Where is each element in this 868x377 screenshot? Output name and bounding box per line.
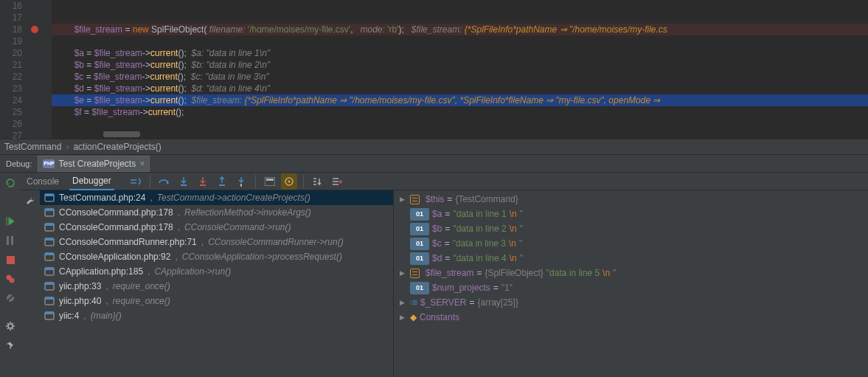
rerun-button[interactable] — [2, 175, 18, 191]
stack-frame[interactable]: CConsoleCommand.php:178, ReflectionMetho… — [40, 205, 393, 220]
line-gutter: 161718192021222324252627 — [0, 0, 28, 139]
code-editor[interactable]: 161718192021222324252627 $file_stream = … — [0, 0, 868, 139]
pause-button[interactable] — [2, 232, 18, 249]
step-out-button[interactable] — [214, 173, 230, 190]
expand-icon[interactable]: ▶ — [397, 314, 407, 321]
svg-rect-1 — [11, 236, 13, 245]
stack-frame[interactable]: CConsoleApplication.php:92, CConsoleAppl… — [40, 249, 393, 264]
code-line-18[interactable]: $file_stream = new SplFileObject( filena… — [52, 24, 868, 35]
stack-frame[interactable]: TestCommand.php:24, TestCommand->actionC… — [40, 190, 393, 205]
svg-rect-21 — [45, 224, 54, 226]
object-icon — [410, 269, 420, 278]
expand-icon[interactable]: ▶ — [397, 299, 407, 306]
variable-row[interactable]: ▶ $file_stream = {SplFileObject} "data i… — [397, 266, 865, 280]
evaluate-expression-button[interactable] — [262, 173, 278, 190]
frame-location: yiic.php:33 — [59, 281, 101, 291]
stack-frame[interactable]: CApplication.php:185, CApplication->run(… — [40, 264, 393, 279]
sort-vars-button[interactable] — [310, 173, 326, 190]
code-line-21[interactable]: $b = $file_stream->current(); $b: "data … — [52, 59, 868, 71]
variable-row[interactable]: 01 $d = "data in line 4\n" — [397, 251, 865, 266]
variable-row[interactable]: 01 $a = "data in line 1\n" — [397, 207, 865, 221]
frame-location: CConsoleCommand.php:178 — [59, 207, 173, 218]
horizontal-scrollbar[interactable] — [103, 131, 140, 137]
stack-frame[interactable]: CConsoleCommand.php:178, CConsoleCommand… — [40, 220, 393, 235]
breadcrumb-method[interactable]: actionCreateProjects() — [73, 142, 161, 152]
code-line-25[interactable]: $f = $file_stream->current(); — [52, 106, 868, 118]
show-execution-point-button[interactable] — [128, 173, 144, 190]
resume-button[interactable] — [2, 213, 18, 229]
add-watch-button[interactable] — [329, 173, 345, 190]
variable-name: $file_stream — [426, 268, 473, 278]
trace-button[interactable] — [281, 173, 297, 190]
frame-icon — [44, 297, 55, 305]
frame-context: {main}() — [91, 311, 122, 321]
value-badge-icon: 01 — [410, 238, 429, 250]
variable-row[interactable]: ▶⦂≡ $_SERVER = {array[25]} — [397, 295, 865, 310]
frame-context: CApplication->run() — [154, 266, 231, 277]
step-over-button[interactable] — [156, 173, 173, 190]
expand-icon[interactable]: ▶ — [397, 196, 407, 203]
stack-frame[interactable]: yiic:4, {main}() — [40, 308, 393, 323]
code-line-20[interactable]: $a = $file_stream->current(); $a: "data … — [52, 47, 868, 59]
array-icon: ⦂≡ — [410, 297, 417, 308]
stop-button[interactable] — [2, 252, 18, 268]
variables-panel[interactable]: ▶ $this = {TestCommand}01 $a = "data in … — [394, 190, 868, 377]
svg-rect-2 — [7, 256, 15, 264]
variable-row[interactable]: ▶◆ Constants — [397, 310, 865, 325]
variable-name: $this — [426, 194, 444, 204]
frame-icon — [44, 252, 55, 261]
frames-panel[interactable]: TestCommand.php:24, TestCommand->actionC… — [40, 190, 394, 377]
stack-frame[interactable]: yiic.php:40, require_once() — [40, 294, 393, 308]
php-icon: PHP — [43, 159, 55, 168]
pin-button[interactable] — [2, 337, 18, 353]
frame-context: CConsoleCommand->run() — [184, 222, 291, 232]
frame-location: CConsoleCommandRunner.php:71 — [59, 237, 197, 247]
variable-row[interactable]: ▶ $this = {TestCommand} — [397, 192, 865, 207]
tab-debugger[interactable]: Debugger — [69, 173, 114, 190]
close-icon[interactable]: × — [139, 159, 145, 169]
expand-icon[interactable]: ▶ — [397, 269, 407, 277]
mute-breakpoints-button[interactable] — [2, 290, 18, 306]
toolbar-left — [0, 173, 21, 377]
frame-icon — [44, 311, 55, 320]
variable-name: $_SERVER — [420, 297, 466, 308]
code-line-22[interactable]: $c = $file_stream->current(); $c: "data … — [52, 71, 868, 83]
frame-context: require_once() — [113, 296, 170, 306]
fold-column[interactable] — [41, 0, 52, 139]
variable-row[interactable]: 01 $b = "data in line 2\n" — [397, 221, 865, 236]
variable-name: $a — [432, 209, 442, 219]
frame-icon — [44, 208, 55, 217]
code-line-23[interactable]: $d = $file_stream->current(); $d: "data … — [52, 83, 868, 94]
view-breakpoints-button[interactable] — [2, 271, 18, 287]
tab-console[interactable]: Console — [24, 173, 62, 190]
frame-context: ReflectionMethod->invokeArgs() — [184, 207, 311, 218]
constants-icon: ◆ — [410, 312, 417, 322]
wrench-icon[interactable] — [22, 193, 38, 209]
run-to-cursor-button[interactable] — [233, 173, 249, 190]
variable-row[interactable]: 01 $c = "data in line 3\n" — [397, 236, 865, 251]
svg-rect-17 — [45, 194, 54, 196]
frame-location: yiic.php:40 — [59, 296, 101, 306]
frame-location: CApplication.php:185 — [59, 266, 143, 277]
stack-frame[interactable]: CConsoleCommandRunner.php:71, CConsoleCo… — [40, 235, 393, 249]
breadcrumb-class[interactable]: TestCommand — [4, 142, 61, 152]
breakpoint-icon[interactable] — [31, 26, 38, 33]
value-badge-icon: 01 — [410, 223, 429, 235]
frame-location: TestCommand.php:24 — [59, 193, 145, 203]
force-step-into-button[interactable] — [195, 173, 211, 190]
stack-frame[interactable]: yiic.php:33, require_once() — [40, 279, 393, 294]
breakpoint-column[interactable] — [28, 0, 41, 139]
step-into-button[interactable] — [176, 173, 192, 190]
code-line-24[interactable]: $e = $file_stream->current(); $file_stre… — [52, 94, 868, 106]
debug-session-tab[interactable]: PHP Test CreateProjects × — [38, 156, 150, 172]
frame-location: yiic:4 — [59, 311, 79, 321]
svg-rect-33 — [45, 312, 54, 314]
variable-row[interactable]: 01 $num_projects = "1" — [397, 280, 865, 295]
code-area[interactable]: $file_stream = new SplFileObject( filena… — [52, 0, 868, 139]
svg-rect-29 — [45, 283, 54, 285]
value-badge-icon: 01 — [410, 282, 429, 294]
svg-rect-10 — [219, 184, 225, 186]
svg-rect-25 — [45, 253, 54, 255]
settings-button[interactable] — [2, 318, 18, 334]
svg-rect-31 — [45, 297, 54, 300]
